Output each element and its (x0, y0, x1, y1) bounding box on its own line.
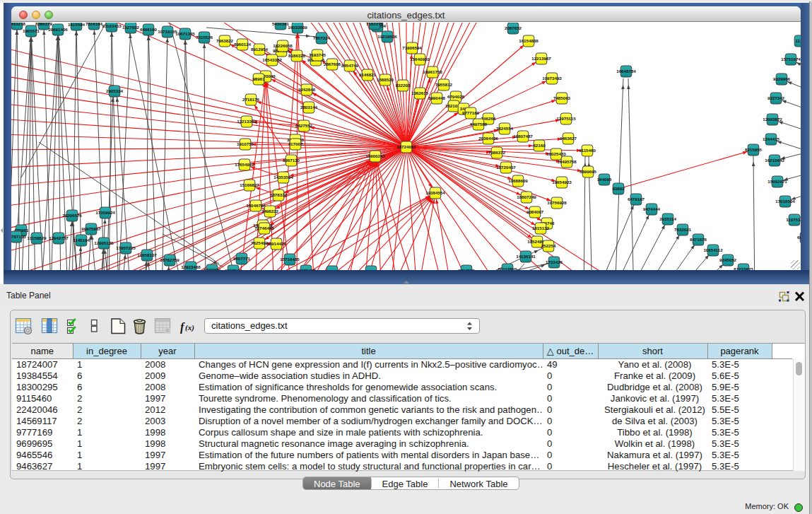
svg-text:7386372: 7386372 (488, 150, 506, 155)
svg-text:62160: 62160 (533, 143, 546, 148)
svg-text:15166827: 15166827 (240, 182, 259, 187)
svg-text:93892: 93892 (612, 186, 625, 191)
svg-text:10671355: 10671355 (175, 31, 195, 36)
svg-text:9777169: 9777169 (462, 110, 480, 115)
svg-text:7955812: 7955812 (435, 82, 453, 87)
svg-text:1112: 1112 (795, 38, 801, 43)
svg-text:81223623: 81223623 (734, 267, 753, 270)
svg-text:1910755: 1910755 (237, 141, 254, 146)
svg-text:6899695: 6899695 (579, 169, 597, 174)
svg-text:417007: 417007 (288, 141, 303, 146)
svg-text:12905135: 12905135 (94, 240, 114, 245)
svg-text:2718176: 2718176 (242, 97, 260, 102)
svg-text:10807487: 10807487 (513, 134, 533, 139)
svg-text:2905334: 2905334 (106, 88, 124, 93)
svg-text:10654112: 10654112 (703, 247, 723, 252)
svg-text:15640910: 15640910 (410, 57, 430, 62)
svg-text:15716485: 15716485 (280, 257, 300, 262)
svg-text:20206576: 20206576 (62, 213, 82, 218)
svg-text:6466160: 6466160 (140, 27, 158, 32)
svg-text:9115460: 9115460 (579, 148, 596, 153)
svg-text:7193745: 7193745 (309, 52, 326, 57)
svg-text:1733426: 1733426 (546, 259, 563, 264)
svg-text:9242848: 9242848 (298, 87, 316, 92)
svg-text:6497568: 6497568 (470, 122, 488, 127)
svg-text:12942757: 12942757 (49, 235, 69, 240)
svg-text:93103413: 93103413 (102, 23, 122, 28)
svg-text:6204505: 6204505 (458, 268, 476, 270)
svg-text:9245052: 9245052 (719, 257, 737, 262)
svg-text:10025433: 10025433 (546, 151, 566, 156)
svg-text:80112805: 80112805 (498, 267, 517, 270)
svg-text:16782759: 16782759 (160, 257, 180, 262)
svg-text:7625402: 7625402 (251, 240, 269, 245)
svg-text:9146821: 9146821 (359, 72, 377, 77)
svg-text:1615594: 1615594 (68, 23, 86, 27)
svg-text:9084067: 9084067 (526, 209, 544, 214)
svg-text:16210643: 16210643 (765, 158, 784, 163)
svg-text:1905571: 1905571 (23, 28, 40, 33)
svg-text:15720407: 15720407 (496, 165, 516, 170)
svg-text:3624554: 3624554 (496, 126, 514, 131)
svg-text:16543382: 16543382 (262, 57, 282, 62)
svg-text:14136141: 14136141 (516, 254, 536, 259)
svg-text:3498222: 3498222 (261, 209, 279, 214)
svg-text:12213369: 12213369 (237, 119, 257, 124)
svg-text:6998543: 6998543 (225, 268, 242, 270)
svg-text:18226058: 18226058 (273, 43, 293, 48)
svg-text:7515526: 7515526 (196, 35, 213, 40)
svg-text:9657771: 9657771 (233, 256, 251, 261)
svg-text:7632621: 7632621 (674, 227, 692, 232)
svg-text:8186328: 8186328 (288, 53, 306, 58)
svg-text:12975115: 12975115 (556, 116, 576, 121)
svg-text:16961758: 16961758 (423, 69, 442, 74)
svg-text:1824493: 1824493 (363, 269, 380, 270)
svg-text:(x): (x) (185, 323, 194, 332)
svg-text:10973493: 10973493 (542, 76, 562, 81)
svg-text:8471676: 8471676 (690, 237, 707, 242)
svg-text:20691406: 20691406 (48, 27, 68, 32)
svg-text:98961: 98961 (252, 76, 265, 81)
svg-text:17016504: 17016504 (775, 199, 795, 204)
svg-text:65787133: 65787133 (11, 234, 26, 239)
svg-text:17359924: 17359924 (95, 210, 115, 215)
svg-text:1615132: 1615132 (532, 226, 550, 230)
svg-text:6794028: 6794028 (447, 94, 465, 99)
svg-text:7816184: 7816184 (86, 23, 103, 26)
svg-text:8267130: 8267130 (283, 158, 300, 163)
svg-text:19218506: 19218506 (377, 34, 397, 39)
svg-text:1362615: 1362615 (411, 90, 429, 95)
svg-text:6193990: 6193990 (204, 267, 221, 270)
svg-text:5430391: 5430391 (272, 23, 290, 26)
svg-text:14353594: 14353594 (273, 175, 293, 180)
svg-text:6658760: 6658760 (797, 235, 801, 240)
svg-text:6479197: 6479197 (628, 197, 645, 201)
svg-text:8912954: 8912954 (251, 47, 269, 52)
svg-text:71746488: 71746488 (254, 226, 274, 230)
svg-text:18807249: 18807249 (517, 194, 536, 199)
svg-text:10756928: 10756928 (547, 200, 567, 205)
svg-text:10958107: 10958107 (137, 252, 157, 257)
svg-text:12923468: 12923468 (181, 264, 201, 269)
svg-text:252254: 252254 (541, 243, 556, 248)
svg-text:1167533: 1167533 (786, 217, 801, 222)
svg-text:16914479: 16914479 (266, 241, 286, 246)
svg-text:7485063: 7485063 (553, 95, 571, 100)
svg-text:8454749: 8454749 (341, 63, 359, 68)
svg-text:15751074: 15751074 (781, 57, 801, 62)
svg-text:10688609: 10688609 (508, 178, 528, 183)
svg-text:16495758: 16495758 (557, 159, 577, 164)
svg-text:25135427: 25135427 (296, 268, 316, 270)
svg-text:19654923: 19654923 (552, 180, 572, 185)
svg-text:16046766: 16046766 (246, 203, 266, 208)
svg-text:164095: 164095 (597, 177, 612, 182)
svg-text:8215955: 8215955 (745, 147, 763, 152)
svg-text:98084124: 98084124 (322, 269, 342, 270)
svg-text:71906594: 71906594 (402, 45, 422, 50)
svg-text:15900243: 15900243 (365, 153, 385, 158)
svg-text:18724007: 18724007 (396, 144, 416, 149)
svg-text:8960124: 8960124 (234, 42, 252, 47)
svg-text:15692971: 15692971 (767, 179, 787, 184)
svg-text:9329966: 9329966 (773, 76, 791, 81)
svg-text:1244415: 1244415 (763, 136, 780, 141)
